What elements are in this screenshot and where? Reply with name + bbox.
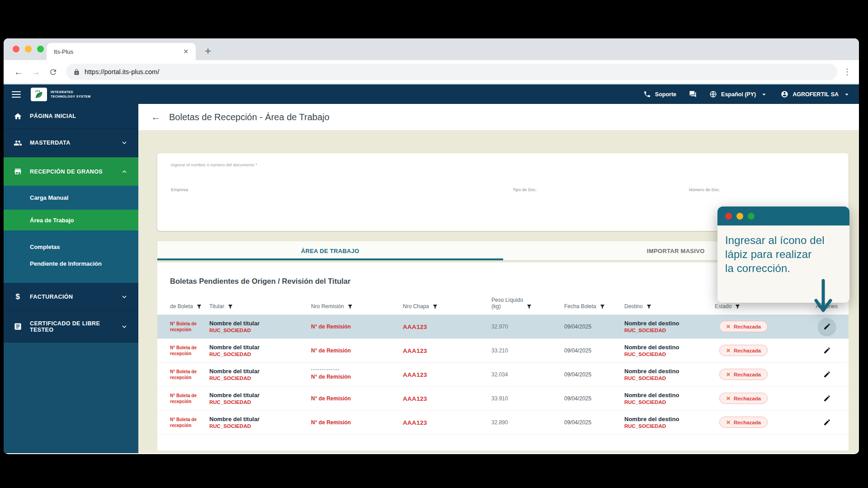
minimize-window-button[interactable] bbox=[25, 46, 32, 52]
column-header[interactable]: Titular bbox=[209, 303, 311, 310]
filter-icon[interactable] bbox=[646, 304, 652, 310]
sidebar-item-completas[interactable]: Completas bbox=[4, 239, 138, 255]
acciones-cell bbox=[814, 318, 840, 335]
table-row[interactable]: N° Boleta de recepciónNombre del titular… bbox=[157, 363, 849, 387]
edit-button[interactable] bbox=[818, 342, 835, 359]
browser-menu-icon[interactable]: ⋮ bbox=[842, 67, 853, 77]
filter-icon[interactable] bbox=[227, 304, 233, 310]
destino-cell: Nombre del destinoRUC_SOCIEDAD bbox=[624, 392, 715, 405]
sidebar-item-masterdata[interactable]: MASTERDATA bbox=[4, 129, 138, 157]
destino-ruc: RUC_SOCIEDAD bbox=[624, 352, 715, 357]
sidebar-item-recepcion-de-granos[interactable]: RECEPCIÓN DE GRANOS bbox=[4, 157, 138, 186]
chapa-cell: AAA123 bbox=[403, 394, 491, 403]
chapa-number: AAA123 bbox=[403, 347, 427, 354]
filter-icon[interactable] bbox=[599, 304, 605, 310]
sidebar-item-label: Carga Manual bbox=[30, 194, 68, 201]
close-window-button[interactable] bbox=[13, 46, 19, 52]
sidebar-item-pendiente-de-informacion[interactable]: Pendiente de Información bbox=[4, 255, 138, 272]
column-header[interactable]: Fecha Boleta bbox=[564, 303, 624, 310]
status-label: Rechazada bbox=[734, 372, 761, 377]
table-body: N° Boleta de recepciónNombre del titular… bbox=[157, 315, 849, 435]
estado-cell: ✕Rechazada bbox=[715, 321, 814, 332]
column-header[interactable]: Destino bbox=[624, 303, 715, 310]
edit-button[interactable] bbox=[818, 390, 835, 407]
remision-number: N° de Remisión bbox=[311, 324, 403, 330]
chat-button[interactable] bbox=[689, 90, 697, 98]
hamburger-menu-icon[interactable] bbox=[12, 91, 21, 98]
people-icon bbox=[14, 139, 22, 147]
pencil-icon bbox=[823, 371, 831, 378]
sidebar-item-pagina-inicial[interactable]: PÁGINA INICIAL bbox=[4, 104, 138, 129]
edit-button[interactable] bbox=[818, 414, 835, 431]
browser-tab[interactable]: Its-Plus ✕ bbox=[47, 43, 196, 60]
boleta-cell: N° Boleta de recepción bbox=[170, 393, 209, 404]
forward-icon[interactable]: → bbox=[27, 67, 44, 77]
sidebar-item-facturacion[interactable]: $ FACTURACIÓN bbox=[4, 283, 138, 311]
estado-cell: ✕Rechazada bbox=[715, 417, 814, 428]
acciones-cell bbox=[814, 366, 840, 383]
column-header[interactable]: Estado bbox=[715, 303, 814, 310]
maximize-window-button[interactable] bbox=[37, 46, 44, 52]
acciones-cell bbox=[814, 414, 840, 431]
back-arrow-icon[interactable]: ← bbox=[151, 112, 161, 122]
sidebar-subgroup: Completas Pendiente de Información bbox=[4, 230, 138, 283]
sidebar: PÁGINA INICIAL MASTERDATA RECEPCIÓN DE G… bbox=[4, 104, 138, 453]
tipo-doc-field[interactable]: Tipo de Doc. bbox=[513, 187, 537, 192]
destino-name: Nombre del destino bbox=[624, 344, 715, 351]
filter-icon[interactable] bbox=[347, 304, 353, 310]
refresh-icon[interactable] bbox=[44, 68, 61, 76]
sidebar-item-label: Completas bbox=[30, 244, 60, 250]
column-header[interactable]: Peso Líquido (kg) bbox=[491, 297, 564, 310]
worklist-heading: Boletas Pendientes de Origen / Revisión … bbox=[170, 277, 350, 286]
sidebar-item-label: FACTURACIÓN bbox=[30, 294, 73, 300]
back-icon[interactable]: ← bbox=[10, 67, 27, 77]
edit-button[interactable] bbox=[818, 318, 835, 335]
titular-name: Nombre del titular bbox=[209, 392, 311, 399]
titular-cell: Nombre del titularRUC_SOCIEDAD bbox=[209, 368, 311, 381]
search-input[interactable]: Ingrese el nombre o numero del documento… bbox=[171, 162, 257, 167]
support-button[interactable]: Soporte bbox=[643, 90, 676, 98]
empresa-field[interactable]: Empresa bbox=[171, 187, 188, 192]
sidebar-item-carga-manual[interactable]: Carga Manual bbox=[4, 186, 138, 210]
callout-title-bar bbox=[717, 206, 849, 225]
boleta-cell: N° Boleta de recepción bbox=[170, 417, 209, 428]
browser-tab-strip: Its-Plus ✕ + bbox=[4, 38, 859, 60]
filter-icon[interactable] bbox=[735, 304, 741, 310]
titular-ruc: RUC_SOCIEDAD bbox=[209, 423, 311, 429]
filter-icon[interactable] bbox=[526, 304, 532, 310]
chevron-down-icon bbox=[843, 90, 851, 99]
numero-doc-field[interactable]: Número de Doc. bbox=[689, 187, 720, 192]
column-header[interactable]: Nro Chapa bbox=[403, 303, 491, 310]
tab-area-de-trabajo[interactable]: ÁREA DE TRABAJO bbox=[157, 241, 503, 260]
sidebar-item-area-de-trabajo[interactable]: Área de Trabajo bbox=[4, 210, 138, 230]
chapa-cell: AAA123 bbox=[403, 371, 491, 379]
chapa-cell: AAA123 bbox=[403, 347, 491, 355]
table-row[interactable]: N° Boleta de recepciónNombre del titular… bbox=[157, 387, 849, 411]
language-label: Español (PY) bbox=[721, 91, 756, 98]
pencil-icon bbox=[823, 418, 831, 426]
chevron-down-icon bbox=[120, 293, 128, 301]
table-row[interactable]: N° Boleta de recepciónNombre del titular… bbox=[157, 339, 849, 363]
edit-button[interactable] bbox=[818, 366, 835, 383]
destino-name: Nombre del destino bbox=[624, 416, 715, 422]
new-tab-button[interactable]: + bbox=[205, 46, 211, 56]
close-tab-icon[interactable]: ✕ bbox=[183, 48, 189, 55]
filter-icon[interactable] bbox=[196, 304, 202, 310]
boleta-number: N° Boleta de recepción bbox=[170, 321, 199, 333]
column-header[interactable]: de Boleta bbox=[170, 303, 209, 310]
table-row[interactable]: N° Boleta de recepciónNombre del titular… bbox=[157, 315, 849, 339]
column-header[interactable]: Nro Remisión bbox=[311, 303, 403, 310]
browser-toolbar: ← → https://portal.its-plus.com/ ⋮ bbox=[4, 60, 859, 84]
estado-cell: ✕Rechazada bbox=[715, 345, 814, 356]
fecha-cell: 09/04/2025 bbox=[564, 324, 624, 330]
sidebar-item-certificado-de-libre-testeo[interactable]: CERTIFICADO DE LIBRE TESTEO bbox=[4, 311, 138, 343]
x-icon: ✕ bbox=[726, 348, 731, 353]
home-icon bbox=[14, 112, 22, 121]
table-row[interactable]: N° Boleta de recepciónNombre del titular… bbox=[157, 411, 849, 435]
filter-icon[interactable] bbox=[432, 304, 438, 310]
sidebar-item-label: CERTIFICADO DE LIBRE TESTEO bbox=[30, 320, 113, 333]
address-bar[interactable]: https://portal.its-plus.com/ bbox=[66, 64, 837, 80]
account-menu[interactable]: AGROFERTIL SA bbox=[781, 90, 851, 99]
language-selector[interactable]: Español (PY) bbox=[709, 90, 768, 99]
app-header: INTEGRATEDTECHNOLOGY SYSTEM Soporte Espa… bbox=[4, 84, 859, 104]
